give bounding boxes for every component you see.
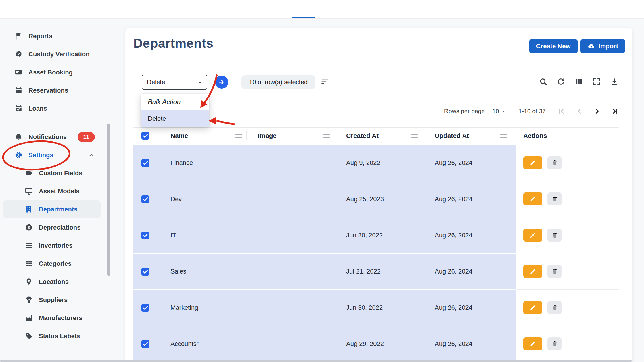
trash-icon xyxy=(551,304,558,311)
cell-image xyxy=(246,254,335,289)
edit-button[interactable] xyxy=(523,192,542,205)
delete-button[interactable] xyxy=(547,229,562,242)
delete-button[interactable] xyxy=(547,337,562,350)
sidebar-scrollbar[interactable] xyxy=(107,124,110,276)
row-checkbox[interactable] xyxy=(141,159,149,167)
columns-icon[interactable] xyxy=(574,77,583,86)
table-row[interactable]: IT Jun 30, 2022 Aug 26, 2024 xyxy=(133,217,619,253)
download-icon[interactable] xyxy=(610,77,619,86)
row-checkbox[interactable] xyxy=(141,232,149,239)
gear-icon xyxy=(14,151,23,159)
sidebar-item-status-labels[interactable]: Status Labels xyxy=(3,327,101,345)
calendar-check-icon xyxy=(14,104,23,113)
delete-button[interactable] xyxy=(547,156,562,169)
column-resize-handle-icon[interactable] xyxy=(235,134,242,138)
row-checkbox[interactable] xyxy=(141,268,149,276)
column-header-name[interactable]: Name xyxy=(166,132,246,140)
sidebar-item-notifications[interactable]: Notifications 11 xyxy=(3,128,101,146)
edit-button[interactable] xyxy=(523,156,542,169)
verification-badge-icon xyxy=(14,50,23,58)
pencil-icon xyxy=(529,159,536,166)
sidebar-item-settings[interactable]: Settings xyxy=(3,146,101,164)
row-checkbox[interactable] xyxy=(141,304,149,312)
edit-button[interactable] xyxy=(523,265,542,278)
sidebar-item-asset-models[interactable]: Asset Models xyxy=(3,182,101,200)
delete-button[interactable] xyxy=(547,265,562,278)
sidebar-item-suppliers[interactable]: Suppliers xyxy=(3,291,101,309)
table-header-row: Name Image Created At Updated At Actions xyxy=(133,127,619,144)
column-separator xyxy=(511,131,511,140)
search-icon[interactable] xyxy=(539,77,547,86)
pagination-buttons xyxy=(557,107,619,115)
trash-icon xyxy=(551,232,558,238)
sidebar-item-custom-fields[interactable]: Custom Fields xyxy=(3,164,101,182)
first-page-icon[interactable] xyxy=(557,107,566,115)
edit-button[interactable] xyxy=(523,301,542,314)
table-row[interactable]: Marketing Jun 30, 2022 Aug 26, 2024 xyxy=(133,290,619,326)
column-header-created-at[interactable]: Created At xyxy=(335,132,423,140)
sidebar-item-loans[interactable]: Loans xyxy=(3,99,101,118)
table-body: Finance Aug 9, 2022 Aug 26, 2024 Dev Aug… xyxy=(133,145,619,362)
sidebar-item-departments[interactable]: Departments xyxy=(3,200,101,218)
column-resize-handle-icon[interactable] xyxy=(500,134,507,138)
row-checkbox[interactable] xyxy=(141,340,149,348)
sidebar-item-reservations[interactable]: Reservations xyxy=(3,81,101,99)
cell-created-at: Aug 25, 2023 xyxy=(335,181,423,217)
active-tab-indicator xyxy=(292,17,315,18)
import-button[interactable]: Import xyxy=(580,39,625,53)
cell-name: Sales xyxy=(166,254,246,289)
refresh-icon[interactable] xyxy=(557,77,565,86)
bulk-action-menu-option-delete[interactable]: Delete xyxy=(141,110,209,127)
delete-button[interactable] xyxy=(547,301,562,314)
cell-name: IT xyxy=(166,217,246,253)
column-separator xyxy=(246,131,247,140)
table-row[interactable]: Accounts" Aug 29, 2022 Aug 26, 2024 xyxy=(133,326,619,362)
bulk-action-select-value: Delete xyxy=(147,78,165,86)
trash-icon xyxy=(551,196,558,202)
sidebar-item-inventories[interactable]: Inventories xyxy=(3,236,101,255)
sidebar-item-asset-booking[interactable]: Asset Booking xyxy=(3,63,101,81)
last-page-icon[interactable] xyxy=(611,107,619,115)
arrow-right-icon xyxy=(218,78,225,86)
sidebar-item-reports[interactable]: Reports xyxy=(3,27,101,45)
sidebar-item-locations[interactable]: Locations xyxy=(3,273,101,291)
select-all-checkbox[interactable] xyxy=(141,132,149,140)
trash-icon xyxy=(551,268,558,275)
sidebar-item-custody-verification[interactable]: Custody Verification xyxy=(3,45,101,63)
fullscreen-icon[interactable] xyxy=(592,77,601,86)
column-resize-handle-icon[interactable] xyxy=(411,134,418,138)
sort-lines-icon[interactable] xyxy=(320,77,329,86)
bulk-action-select[interactable]: Delete xyxy=(142,75,207,90)
sidebar-item-label: Notifications xyxy=(28,133,67,141)
sidebar-item-depreciations[interactable]: Depreciations xyxy=(3,218,101,236)
pinned-column-divider xyxy=(516,127,516,362)
app-window: Reports Custody Verification Asset Booki… xyxy=(0,0,644,362)
input-field-icon xyxy=(25,169,33,177)
sidebar-item-manufacturers[interactable]: Manufacturers xyxy=(3,309,101,327)
table-row[interactable]: Sales Jul 21, 2022 Aug 26, 2024 xyxy=(133,254,619,289)
trash-icon xyxy=(551,340,558,347)
edit-button[interactable] xyxy=(523,337,542,350)
rows-per-page-select[interactable]: 10 xyxy=(492,108,506,115)
selected-rows-chip: 10 of row(s) selected xyxy=(241,75,315,89)
table-row[interactable]: Finance Aug 9, 2022 Aug 26, 2024 xyxy=(133,145,619,181)
previous-page-icon[interactable] xyxy=(575,107,584,115)
column-resize-handle-icon[interactable] xyxy=(323,134,330,138)
edit-button[interactable] xyxy=(523,229,542,242)
row-checkbox[interactable] xyxy=(141,195,149,203)
table-toolbar-icons xyxy=(539,77,619,86)
column-header-image[interactable]: Image xyxy=(246,132,335,140)
apply-bulk-action-button[interactable] xyxy=(215,76,228,89)
next-page-icon[interactable] xyxy=(593,107,601,115)
create-new-label: Create New xyxy=(536,43,571,50)
delete-button[interactable] xyxy=(547,192,562,205)
sidebar-item-label: Settings xyxy=(28,151,53,159)
pencil-icon xyxy=(529,340,536,347)
sidebar-item-categories[interactable]: Categories xyxy=(3,255,101,273)
check-icon xyxy=(143,134,148,138)
create-new-button[interactable]: Create New xyxy=(529,39,578,53)
check-icon xyxy=(143,269,148,274)
cell-image xyxy=(246,290,335,326)
table-row[interactable]: Dev Aug 25, 2023 Aug 26, 2024 xyxy=(133,181,619,217)
cell-image xyxy=(246,326,335,362)
